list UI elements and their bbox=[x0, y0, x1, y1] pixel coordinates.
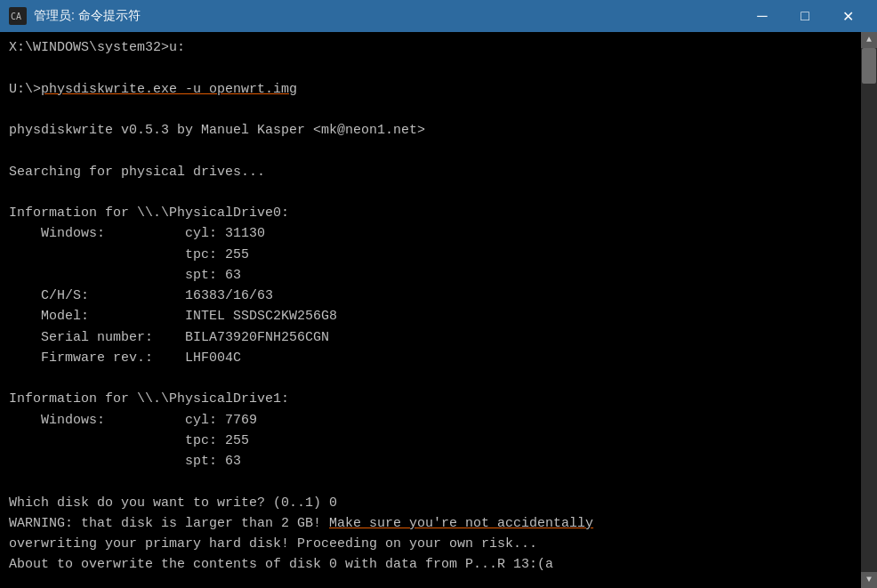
terminal-line-version: physdiskwrite v0.5.3 by Manuel Kasper <m… bbox=[9, 120, 850, 141]
terminal-line-searching: Searching for physical drives... bbox=[9, 162, 850, 182]
app-icon: CA bbox=[9, 7, 27, 25]
minimize-button[interactable]: ─ bbox=[742, 0, 783, 32]
window: CA 管理员: 命令提示符 ─ □ ✕ X:\WINDOWS\system32>… bbox=[0, 0, 877, 588]
terminal-line-drive0-serial: Serial number: BILA73920FNH256CGN bbox=[9, 327, 850, 348]
terminal-content: X:\WINDOWS\system32>u: U:\>physdiskwrite… bbox=[9, 37, 868, 576]
terminal-line-drive0-chs: C/H/S: 16383/16/63 bbox=[9, 286, 850, 306]
terminal-line-blank-1 bbox=[9, 58, 850, 78]
window-controls: ─ □ ✕ bbox=[742, 0, 868, 32]
titlebar: CA 管理员: 命令提示符 ─ □ ✕ bbox=[0, 0, 877, 32]
svg-text:CA: CA bbox=[11, 12, 21, 21]
scrollbar[interactable]: ▲ ▼ bbox=[861, 32, 877, 588]
maximize-button[interactable]: □ bbox=[784, 0, 825, 32]
terminal-line-warning1: WARNING: that disk is larger than 2 GB! … bbox=[9, 513, 850, 534]
scrollbar-thumb[interactable] bbox=[862, 48, 876, 84]
terminal-line-drive1-tpc: tpc: 255 bbox=[9, 431, 850, 451]
terminal-line-blank-6 bbox=[9, 471, 850, 492]
terminal-line-disk-prompt: Which disk do you want to write? (0..1) … bbox=[9, 493, 850, 513]
terminal-line-drive0-fw: Firmware rev.: LHF004C bbox=[9, 348, 850, 368]
terminal-line-blank-3 bbox=[9, 141, 850, 161]
cmd-text: physdiskwrite.exe -u openwrt.img bbox=[41, 82, 297, 97]
terminal-line-drive1-spt: spt: 63 bbox=[9, 451, 850, 471]
terminal-line-1: X:\WINDOWS\system32>u: bbox=[9, 37, 850, 58]
window-title: 管理员: 命令提示符 bbox=[34, 8, 742, 24]
terminal-line-blank-2 bbox=[9, 100, 850, 120]
terminal-line-drive0-spt: spt: 63 bbox=[9, 265, 850, 286]
terminal-line-drive0-cyl: Windows: cyl: 31130 bbox=[9, 223, 850, 244]
warning-underline: Make sure you're not accidentally bbox=[329, 516, 593, 531]
terminal-line-drive1-cyl: Windows: cyl: 7769 bbox=[9, 410, 850, 431]
terminal-line-cmd: U:\>physdiskwrite.exe -u openwrt.img bbox=[9, 79, 850, 100]
scrollbar-track[interactable] bbox=[861, 48, 877, 572]
terminal-line-drive0-tpc: tpc: 255 bbox=[9, 245, 850, 265]
scroll-up-arrow[interactable]: ▲ bbox=[861, 32, 877, 48]
terminal-line-drive0-header: Information for \\.\PhysicalDrive0: bbox=[9, 203, 850, 223]
terminal-line-drive1-header: Information for \\.\PhysicalDrive1: bbox=[9, 389, 850, 409]
terminal-window: X:\WINDOWS\system32>u: U:\>physdiskwrite… bbox=[0, 32, 877, 588]
disk-answer: 0 bbox=[329, 495, 337, 511]
terminal-line-drive0-model: Model: INTEL SSDSC2KW256G8 bbox=[9, 306, 850, 326]
terminal-line-about: About to overwrite the contents of disk … bbox=[9, 554, 850, 575]
terminal-line-blank-5 bbox=[9, 368, 850, 389]
terminal-line-blank-4 bbox=[9, 182, 850, 203]
close-button[interactable]: ✕ bbox=[827, 0, 868, 32]
terminal-line-warning2: overwriting your primary hard disk! Proc… bbox=[9, 534, 850, 554]
scroll-down-arrow[interactable]: ▼ bbox=[861, 572, 877, 588]
